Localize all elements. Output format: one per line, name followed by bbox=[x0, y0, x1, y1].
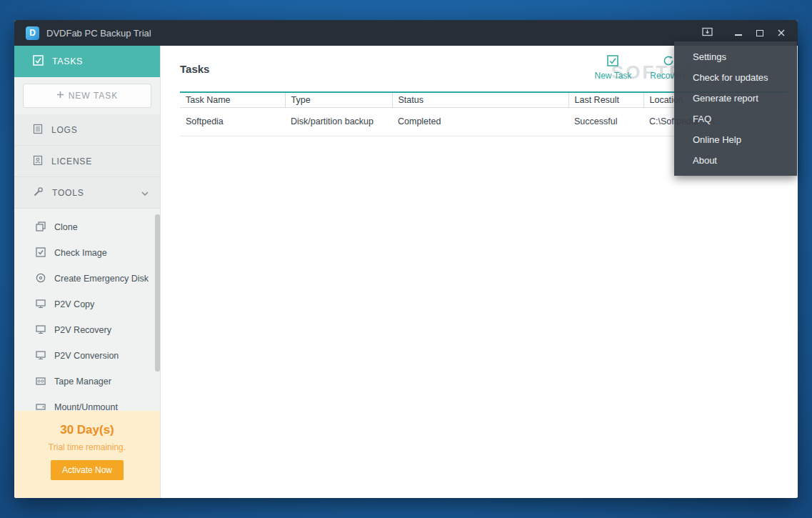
minimize-button[interactable] bbox=[728, 24, 749, 42]
tool-item-label: Tape Manager bbox=[54, 377, 111, 387]
close-button[interactable] bbox=[771, 24, 792, 42]
column-header-last-result: Last Result bbox=[568, 92, 643, 107]
tool-item-tape-manager[interactable]: Tape Manager bbox=[14, 369, 160, 394]
trial-note: Trial time remaining. bbox=[14, 442, 160, 452]
type-cell: Disk/partition backup bbox=[285, 107, 392, 136]
column-header-task-name: Task Name bbox=[180, 92, 285, 107]
tool-item-mount-unmount[interactable]: Mount/Unmount bbox=[14, 394, 160, 411]
feedback-window-button[interactable] bbox=[696, 24, 718, 42]
window-share-icon bbox=[702, 26, 713, 39]
sidebar-item-tools[interactable]: TOOLS bbox=[14, 177, 160, 209]
monitor-recovery-icon bbox=[36, 324, 46, 337]
tasks-toolbar: New Task Recovery bbox=[595, 55, 686, 81]
sidebar-item-logs[interactable]: LOGS bbox=[14, 114, 160, 146]
emergency-disk-icon bbox=[36, 273, 46, 285]
menu-item-generate-report[interactable]: Generate report bbox=[674, 88, 797, 109]
clone-icon bbox=[36, 221, 46, 234]
close-icon bbox=[778, 26, 785, 39]
new-task-button-label: NEW TASK bbox=[69, 91, 119, 101]
monitor-conversion-icon bbox=[36, 350, 46, 362]
sidebar-item-license[interactable]: LICENSE bbox=[14, 146, 160, 177]
task-name-cell: Softpedia bbox=[180, 107, 285, 136]
sidebar-scrollbar-thumb[interactable] bbox=[155, 214, 160, 372]
menu-item-check-for-updates[interactable]: Check for updates bbox=[674, 67, 797, 88]
plus-icon bbox=[56, 91, 64, 101]
sidebar-item-label: TASKS bbox=[52, 56, 83, 66]
tool-item-label: P2V Recovery bbox=[54, 325, 111, 335]
tool-item-label: P2V Copy bbox=[54, 299, 94, 309]
new-task-button[interactable]: NEW TASK bbox=[23, 84, 151, 108]
chevron-down-icon bbox=[141, 188, 149, 198]
menu-item-about[interactable]: About bbox=[674, 150, 797, 171]
sidebar-item-tasks[interactable]: TASKS bbox=[14, 46, 160, 77]
new-task-checkbox-icon bbox=[607, 55, 618, 69]
tool-item-p2v-copy[interactable]: P2V Copy bbox=[14, 292, 160, 317]
tool-item-clone[interactable]: Clone bbox=[14, 214, 160, 240]
license-card-icon bbox=[33, 155, 43, 168]
tool-item-label: P2V Conversion bbox=[54, 351, 119, 361]
tape-icon bbox=[36, 376, 46, 388]
maximize-icon bbox=[756, 30, 763, 36]
page-title: Tasks bbox=[180, 63, 209, 75]
toolbar-action-label: New Task bbox=[595, 71, 632, 81]
app-window: D DVDFab PC Backup Trial bbox=[14, 20, 798, 498]
tool-item-p2v-conversion[interactable]: P2V Conversion bbox=[14, 343, 160, 369]
toolbar-new-task-button[interactable]: New Task bbox=[595, 55, 632, 81]
activate-now-button[interactable]: Activate Now bbox=[51, 460, 124, 480]
tool-item-p2v-recovery[interactable]: P2V Recovery bbox=[14, 317, 160, 343]
column-header-status: Status bbox=[392, 92, 568, 107]
menu-item-faq[interactable]: FAQ bbox=[674, 109, 797, 129]
wrench-icon bbox=[33, 186, 44, 199]
tool-item-label: Mount/Unmount bbox=[54, 402, 118, 411]
maximize-button[interactable] bbox=[749, 24, 771, 42]
tool-item-check-image[interactable]: Check Image bbox=[14, 240, 160, 266]
recovery-refresh-icon bbox=[663, 55, 674, 69]
tools-submenu: Clone Check Image Create Emergency Disk bbox=[14, 209, 160, 411]
app-dropdown-menu: Settings Check for updates Generate repo… bbox=[674, 41, 797, 176]
tool-item-label: Clone bbox=[54, 222, 78, 232]
column-header-type: Type bbox=[285, 92, 392, 107]
mount-drive-icon bbox=[36, 402, 46, 412]
sidebar-item-label: LOGS bbox=[51, 125, 78, 135]
titlebar-controls bbox=[696, 24, 792, 42]
tasks-checkbox-icon bbox=[33, 55, 44, 68]
window-title: DVDFab PC Backup Trial bbox=[46, 28, 151, 39]
last-result-cell: Successful bbox=[568, 107, 643, 136]
menu-item-online-help[interactable]: Online Help bbox=[674, 129, 797, 150]
tool-item-create-emergency-disk[interactable]: Create Emergency Disk bbox=[14, 266, 160, 292]
logs-icon bbox=[33, 124, 43, 136]
trial-panel: 30 Day(s) Trial time remaining. Activate… bbox=[14, 411, 160, 498]
status-cell: Completed bbox=[392, 107, 568, 136]
check-image-icon bbox=[36, 247, 46, 259]
app-logo-icon: D bbox=[26, 26, 39, 40]
tool-item-label: Create Emergency Disk bbox=[54, 274, 149, 284]
new-task-wrap: NEW TASK bbox=[14, 77, 160, 114]
menu-item-settings[interactable]: Settings bbox=[674, 46, 797, 67]
sidebar: TASKS NEW TASK LOGS bbox=[14, 46, 161, 498]
monitor-copy-icon bbox=[36, 299, 46, 311]
sidebar-item-label: TOOLS bbox=[52, 188, 84, 198]
minimize-icon bbox=[735, 30, 742, 36]
trial-days-remaining: 30 Day(s) bbox=[14, 423, 160, 437]
tool-item-label: Check Image bbox=[54, 248, 107, 258]
sidebar-item-label: LICENSE bbox=[51, 156, 92, 166]
desktop-background: { "titlebar": { "title": "DVDFab PC Back… bbox=[0, 0, 812, 518]
